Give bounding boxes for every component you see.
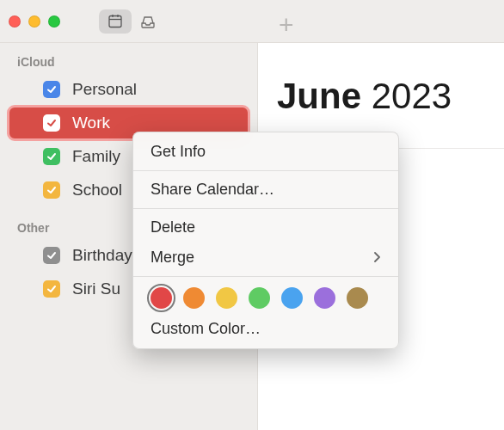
menu-separator [133, 170, 398, 171]
zoom-window-button[interactable] [48, 15, 60, 28]
menu-item-share-calendar[interactable]: Share Calendar… [133, 175, 398, 205]
checkbox-icon[interactable] [43, 247, 60, 264]
menu-item-label: Share Calendar… [151, 181, 274, 199]
menu-item-get-info[interactable]: Get Info [133, 137, 398, 167]
calendar-label: Siri Su [72, 280, 120, 298]
window-controls [9, 15, 60, 28]
checkbox-icon[interactable] [43, 81, 60, 98]
menu-item-label: Delete [151, 218, 195, 236]
chevron-right-icon [374, 251, 381, 265]
color-swatch-row [133, 280, 398, 314]
toolbar-group [99, 9, 164, 34]
calendar-label: School [72, 181, 122, 200]
color-swatch-red[interactable] [151, 287, 172, 309]
section-header-icloud: iCloud [0, 50, 257, 72]
svg-rect-0 [109, 15, 121, 27]
calendar-label: Birthdays [72, 246, 140, 265]
menu-item-merge[interactable]: Merge [133, 243, 398, 273]
color-swatch-yellow[interactable] [216, 287, 237, 309]
menu-item-label: Custom Color… [151, 320, 261, 338]
app-window: iCloud Personal Work Family [0, 0, 504, 430]
calendar-label: Personal [72, 80, 137, 99]
checkbox-icon[interactable] [43, 148, 60, 165]
calendar-label: Family [72, 147, 120, 166]
color-swatch-blue[interactable] [281, 287, 303, 309]
inbox-button[interactable] [132, 9, 164, 34]
color-swatch-green[interactable] [249, 287, 270, 309]
menu-item-delete[interactable]: Delete [133, 212, 398, 243]
year: 2023 [372, 76, 452, 116]
calendar-view-button[interactable] [99, 9, 132, 34]
month-name: June [277, 76, 361, 116]
checkbox-icon[interactable] [43, 181, 60, 199]
menu-item-label: Merge [151, 249, 194, 267]
menu-separator [133, 276, 398, 277]
titlebar [0, 0, 504, 43]
sidebar-item-personal[interactable]: Personal [9, 73, 249, 106]
month-heading: June 2023 [277, 76, 452, 117]
minimize-window-button[interactable] [28, 15, 40, 28]
calendar-label: Work [72, 114, 110, 132]
add-event-button[interactable]: + [279, 10, 294, 40]
checkbox-icon[interactable] [43, 114, 60, 132]
menu-separator [133, 208, 398, 209]
color-swatch-brown[interactable] [347, 287, 368, 309]
color-swatch-orange[interactable] [183, 287, 205, 309]
close-window-button[interactable] [9, 15, 21, 28]
color-swatch-purple[interactable] [314, 287, 335, 309]
menu-item-label: Get Info [151, 143, 206, 161]
checkbox-icon[interactable] [43, 280, 60, 298]
menu-item-custom-color[interactable]: Custom Color… [133, 314, 398, 344]
context-menu: Get Info Share Calendar… Delete Merge C [132, 132, 399, 349]
